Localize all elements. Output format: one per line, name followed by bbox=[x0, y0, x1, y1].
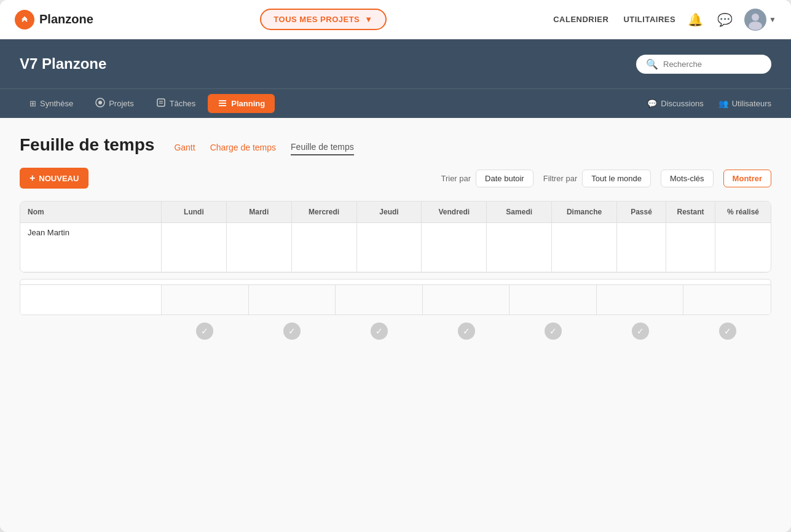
tab-charge-de-temps[interactable]: Charge de temps bbox=[210, 143, 276, 155]
search-box[interactable]: 🔍 bbox=[636, 55, 771, 74]
check-mercredi-icon: ✓ bbox=[371, 323, 388, 340]
calendrier-link[interactable]: CALENDRIER bbox=[553, 15, 608, 24]
show-button[interactable]: Montrer bbox=[723, 170, 771, 187]
filter-select[interactable]: Tout le monde bbox=[582, 170, 651, 187]
page-title-row: Feuille de temps Gantt Charge de temps F… bbox=[20, 135, 771, 155]
tab-gantt[interactable]: Gantt bbox=[174, 143, 195, 155]
cell-dimanche[interactable] bbox=[552, 223, 617, 272]
keywords-group: Mots-clés bbox=[661, 170, 714, 187]
cell-realise bbox=[715, 223, 771, 272]
projets-icon bbox=[95, 98, 105, 109]
chat-icon[interactable]: 💬 bbox=[715, 10, 734, 29]
keywords-select[interactable]: Mots-clés bbox=[661, 170, 714, 187]
toolbar: + NOUVEAU Trier par Date butoir Filtrer … bbox=[20, 168, 771, 189]
total-row bbox=[20, 284, 771, 315]
sort-group: Trier par Date butoir bbox=[441, 170, 533, 187]
col-nom: Nom bbox=[20, 201, 162, 222]
check-vendredi-icon: ✓ bbox=[545, 323, 562, 340]
cell-nom: Jean Martin bbox=[20, 223, 162, 272]
total-samedi bbox=[597, 285, 684, 315]
check-vendredi[interactable]: ✓ bbox=[510, 323, 597, 340]
top-nav: Planzone TOUS MES PROJETS ▼ CALENDRIER U… bbox=[0, 0, 791, 39]
cell-vendredi[interactable] bbox=[422, 223, 487, 272]
discussions-icon: 💬 bbox=[647, 99, 657, 108]
sub-nav-right: 💬 Discussions 👥 Utilisateurs bbox=[647, 99, 771, 108]
sidebar-item-planning[interactable]: Planning bbox=[208, 94, 275, 113]
logo-text: Planzone bbox=[39, 12, 93, 26]
svg-point-2 bbox=[752, 14, 759, 21]
view-tabs: Gantt Charge de temps Feuille de temps bbox=[174, 142, 353, 155]
user-avatar-wrapper[interactable]: ▼ bbox=[744, 9, 776, 31]
check-lundi[interactable]: ✓ bbox=[161, 323, 248, 340]
cell-jeudi[interactable] bbox=[357, 223, 422, 272]
synthese-icon: ⊞ bbox=[30, 99, 36, 108]
sort-label: Trier par bbox=[441, 174, 471, 183]
svg-point-5 bbox=[98, 101, 102, 104]
page-title: Feuille de temps bbox=[20, 135, 154, 155]
sort-select[interactable]: Date butoir bbox=[476, 170, 533, 187]
search-input[interactable] bbox=[663, 60, 761, 69]
timesheet-table: Nom Lundi Mardi Mercredi Jeudi Vendredi … bbox=[20, 201, 771, 273]
col-samedi: Samedi bbox=[487, 201, 552, 222]
check-dimanche[interactable]: ✓ bbox=[684, 323, 771, 340]
sub-nav: ⊞ Synthèse Projets Tâches Planning bbox=[0, 88, 791, 118]
top-nav-actions: 🔔 💬 ▼ bbox=[685, 9, 776, 31]
sidebar-item-projets[interactable]: Projets bbox=[85, 94, 143, 113]
taches-icon bbox=[156, 98, 166, 109]
check-samedi[interactable]: ✓ bbox=[597, 323, 684, 340]
planning-icon bbox=[218, 98, 227, 109]
discussions-link[interactable]: 💬 Discussions bbox=[647, 99, 703, 108]
cell-mercredi[interactable] bbox=[292, 223, 357, 272]
utilisateurs-icon: 👥 bbox=[718, 99, 728, 108]
col-realise: % réalisé bbox=[715, 201, 771, 222]
total-label bbox=[20, 285, 162, 315]
total-vendredi bbox=[510, 285, 597, 315]
svg-rect-6 bbox=[157, 99, 165, 106]
check-mercredi[interactable]: ✓ bbox=[336, 323, 423, 340]
col-jeudi: Jeudi bbox=[357, 201, 422, 222]
project-title: V7 Planzone bbox=[20, 55, 106, 72]
avatar bbox=[744, 9, 766, 31]
total-mardi bbox=[249, 285, 336, 315]
logo[interactable]: Planzone bbox=[15, 10, 93, 29]
total-jeudi bbox=[423, 285, 510, 315]
col-vendredi: Vendredi bbox=[422, 201, 487, 222]
avatar-chevron-icon: ▼ bbox=[769, 15, 776, 24]
check-mardi-icon: ✓ bbox=[283, 323, 301, 340]
total-dimanche bbox=[683, 285, 771, 315]
col-mardi: Mardi bbox=[227, 201, 292, 222]
col-restant: Restant bbox=[666, 201, 715, 222]
logo-icon bbox=[15, 10, 34, 29]
cell-lundi[interactable] bbox=[162, 223, 227, 272]
cell-mardi[interactable] bbox=[227, 223, 292, 272]
check-lundi-icon: ✓ bbox=[196, 323, 213, 340]
chevron-down-icon: ▼ bbox=[364, 15, 372, 24]
cell-restant bbox=[666, 223, 715, 272]
svg-point-3 bbox=[749, 22, 762, 30]
check-samedi-icon: ✓ bbox=[632, 323, 649, 340]
filter-label: Filtrer par bbox=[543, 174, 578, 183]
tab-feuille-de-temps[interactable]: Feuille de temps bbox=[291, 142, 354, 155]
top-nav-center: TOUS MES PROJETS ▼ bbox=[103, 9, 543, 30]
search-icon: 🔍 bbox=[646, 58, 658, 70]
cell-samedi[interactable] bbox=[487, 223, 552, 272]
check-jeudi-icon: ✓ bbox=[458, 323, 475, 340]
sidebar-item-synthese[interactable]: ⊞ Synthèse bbox=[20, 94, 83, 113]
utilitaires-link[interactable]: UTILITAIRES bbox=[623, 15, 675, 24]
cell-passe bbox=[617, 223, 666, 272]
projects-button[interactable]: TOUS MES PROJETS ▼ bbox=[260, 9, 386, 30]
check-dimanche-icon: ✓ bbox=[719, 323, 736, 340]
table-row: Jean Martin bbox=[20, 223, 771, 272]
top-nav-links: CALENDRIER UTILITAIRES bbox=[553, 15, 675, 24]
notification-icon[interactable]: 🔔 bbox=[685, 10, 705, 29]
check-jeudi[interactable]: ✓ bbox=[423, 323, 510, 340]
new-button[interactable]: + NOUVEAU bbox=[20, 168, 89, 189]
utilisateurs-link[interactable]: 👥 Utilisateurs bbox=[718, 99, 771, 108]
project-header: V7 Planzone 🔍 bbox=[0, 39, 791, 88]
sidebar-item-taches[interactable]: Tâches bbox=[146, 94, 206, 113]
total-lundi bbox=[162, 285, 249, 315]
main-content: Feuille de temps Gantt Charge de temps F… bbox=[0, 118, 791, 532]
table-header: Nom Lundi Mardi Mercredi Jeudi Vendredi … bbox=[20, 201, 771, 223]
check-mardi[interactable]: ✓ bbox=[248, 323, 336, 340]
col-mercredi: Mercredi bbox=[292, 201, 357, 222]
